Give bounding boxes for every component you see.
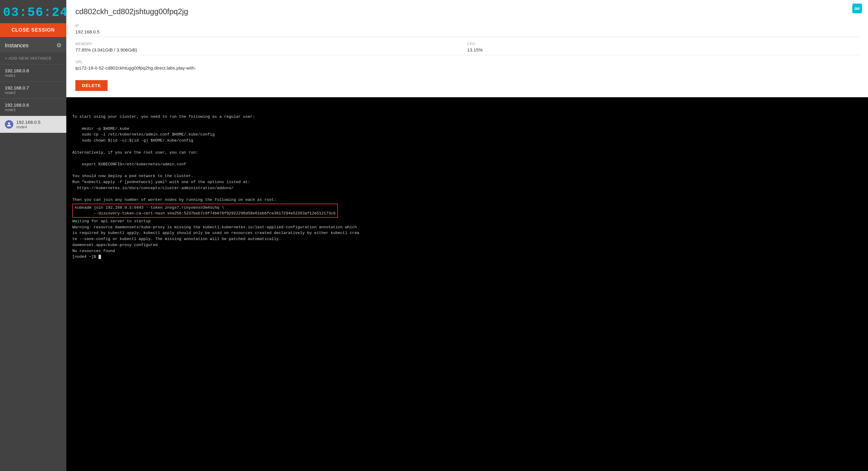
url-label: URL	[75, 60, 859, 64]
instance-ip: 192.168.0.7	[5, 85, 29, 90]
instance-name-label: node4	[16, 125, 40, 129]
app-logo: ae	[852, 4, 862, 13]
instance-ip: 192.168.0.5	[16, 120, 40, 125]
instance-name-label: node1	[5, 73, 29, 78]
ip-section: IP 192.168.0.5	[75, 22, 859, 39]
instance-info-panel: cd802ckh_cd802jshtugg00fpq2jg IP 192.168…	[66, 0, 868, 97]
instance-name-label: node2	[5, 90, 29, 95]
cpu-section: CPU 13.15%	[467, 39, 859, 58]
instance-ip: 192.168.0.6	[5, 102, 29, 107]
cpu-label: CPU	[467, 42, 859, 46]
clock-area: 03:56:24	[0, 0, 66, 23]
terminal[interactable]: To start using your cluster, you need to…	[66, 97, 868, 471]
delete-button[interactable]: DELETE	[75, 80, 107, 91]
instance-ip: 192.168.0.8	[5, 68, 29, 73]
memory-label: Memory	[75, 42, 467, 46]
terminal-content: To start using your cluster, you need to…	[72, 114, 862, 260]
add-instance-button[interactable]: + ADD NEW INSTANCE	[0, 53, 66, 64]
instance-item-node2[interactable]: 192.168.0.7 node2	[0, 81, 66, 99]
cpu-value: 13.15%	[467, 47, 859, 55]
ip-label: IP	[75, 24, 859, 28]
instance-name-label: node3	[5, 107, 29, 112]
instance-item-node4[interactable]: 192.168.0.5 node4	[0, 115, 66, 133]
main-panel: ae cd802ckh_cd802jshtugg00fpq2jg IP 192.…	[66, 0, 868, 471]
memory-value: 77.85% (3.041GiB / 3.906GiB)	[75, 47, 467, 55]
gear-icon[interactable]: ⚙	[56, 42, 61, 49]
instances-title: Instances	[5, 42, 29, 49]
info-grid: IP 192.168.0.5 Memory 77.85% (3.041GiB /…	[75, 22, 859, 75]
instance-item-node3[interactable]: 192.168.0.6 node3	[0, 99, 66, 115]
url-value: ip172-18-0-52-cd802ckhtugg00fpq2hg.direc…	[75, 65, 859, 73]
terminal-cursor	[98, 255, 101, 259]
clock-display: 03:56:24	[3, 5, 63, 20]
instance-item-node1[interactable]: 192.168.0.8 node1	[0, 64, 66, 81]
close-session-button[interactable]: CLOSE SESSION	[0, 23, 66, 37]
instances-header: Instances ⚙	[0, 37, 66, 53]
sidebar: 03:56:24 CLOSE SESSION Instances ⚙ + ADD…	[0, 0, 66, 471]
memory-section: Memory 77.85% (3.041GiB / 3.906GiB)	[75, 39, 467, 58]
instance-title: cd802ckh_cd802jshtugg00fpq2jg	[75, 7, 859, 16]
avatar	[5, 120, 13, 129]
url-section: URL ip172-18-0-52-cd802ckhtugg00fpq2hg.d…	[75, 58, 859, 75]
ip-value: 192.168.0.5	[75, 29, 859, 37]
